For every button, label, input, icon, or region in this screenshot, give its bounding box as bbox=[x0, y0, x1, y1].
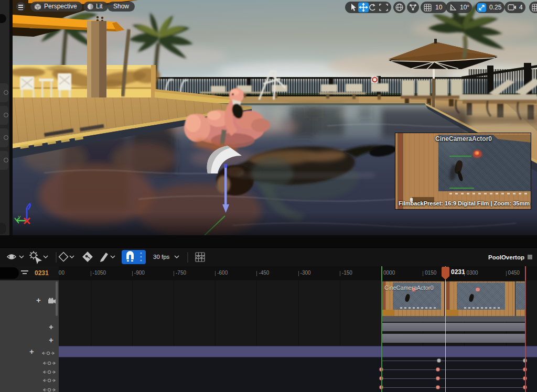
svg-text:30 fps: 30 fps bbox=[153, 254, 170, 260]
svg-text:Y: Y bbox=[18, 215, 21, 220]
svg-text:PoolOvertop: PoolOvertop bbox=[488, 254, 524, 260]
